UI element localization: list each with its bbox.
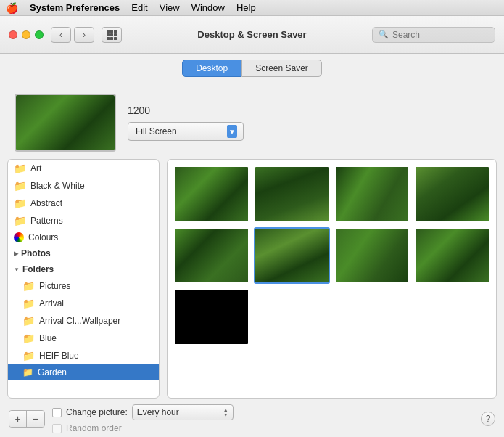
add-folder-button[interactable]: + — [9, 411, 27, 427]
photo-image-6 — [255, 229, 329, 283]
forward-button[interactable]: › — [74, 27, 94, 43]
chevron-down-icon: ▼ — [228, 128, 236, 136]
folders-label: Folders — [22, 264, 54, 274]
sidebar-item-black-white[interactable]: 📁 Black & White — [8, 177, 159, 195]
photo-thumb-1[interactable] — [173, 166, 249, 223]
bottom-bar: + − Change picture: Every hour ▲ ▼ Rando… — [0, 399, 504, 437]
photo-thumb-6[interactable] — [254, 227, 330, 285]
sidebar-item-art[interactable]: 📁 Art — [8, 160, 159, 177]
search-input[interactable] — [392, 30, 487, 40]
folder-icon: 📁 — [14, 163, 26, 174]
tabs-bar: Desktop Screen Saver — [0, 54, 504, 83]
sidebar-item-abstract[interactable]: 📁 Abstract — [8, 195, 159, 212]
interval-select[interactable]: Every hour ▲ ▼ — [132, 404, 234, 420]
menubar: 🍎 System Preferences Edit View Window He… — [0, 0, 504, 16]
svg-rect-1 — [110, 30, 113, 33]
svg-rect-4 — [110, 33, 113, 36]
svg-rect-0 — [107, 30, 110, 33]
photo-thumb-7[interactable] — [334, 227, 410, 285]
maximize-button[interactable] — [35, 30, 44, 39]
back-button[interactable]: ‹ — [51, 27, 71, 43]
sidebar-item-label: Arrival — [39, 298, 64, 309]
svg-rect-7 — [110, 37, 113, 40]
folder-icon: 📁 — [22, 332, 35, 344]
menu-view[interactable]: View — [160, 2, 180, 13]
grid-view-button[interactable] — [102, 27, 122, 43]
sidebar-item-arrival[interactable]: 📁 Arrival — [8, 295, 159, 312]
photo-image-8 — [416, 229, 489, 283]
photo-image-3 — [336, 167, 409, 221]
tab-desktop[interactable]: Desktop — [182, 60, 241, 77]
nav-buttons: ‹ › — [51, 27, 94, 43]
sidebar-item-colours[interactable]: Colours — [8, 229, 159, 245]
search-icon: 🔍 — [379, 30, 389, 39]
sidebar-item-label: Garden — [38, 367, 67, 377]
random-order-row: Random order — [52, 423, 474, 433]
preview-thumbnail — [15, 94, 116, 152]
photo-thumb-2[interactable] — [254, 166, 330, 223]
preview-number: 1200 — [128, 105, 244, 116]
photo-image-4 — [416, 167, 489, 221]
down-arrow-icon: ▼ — [223, 412, 228, 417]
sidebar-item-label: Arrival Cl...Wallpaper — [39, 316, 120, 326]
sidebar-item-label: Pictures — [39, 281, 70, 291]
svg-rect-6 — [107, 37, 110, 40]
change-picture-checkbox[interactable] — [52, 408, 62, 417]
sidebar-item-garden[interactable]: 📁 Garden — [8, 364, 159, 380]
folder-icon: 📁 — [22, 350, 35, 362]
photo-thumb-5[interactable] — [173, 227, 249, 285]
minimize-button[interactable] — [22, 30, 30, 39]
interval-stepper: ▲ ▼ — [223, 407, 228, 417]
sidebar-item-pictures[interactable]: 📁 Pictures — [8, 277, 159, 295]
apple-menu[interactable]: 🍎 — [6, 2, 18, 14]
photo-thumb-8[interactable] — [414, 227, 490, 285]
help-button[interactable]: ? — [481, 412, 495, 426]
change-picture-section: Change picture: Every hour ▲ ▼ Random or… — [52, 404, 474, 433]
sidebar-item-label: Black & White — [30, 181, 85, 191]
fill-screen-select[interactable]: Fill Screen ▼ — [128, 122, 244, 141]
remove-folder-button[interactable]: − — [27, 411, 44, 427]
triangle-icon: ▶ — [14, 250, 18, 257]
photos-label: Photos — [21, 248, 51, 258]
photo-grid — [167, 159, 497, 399]
random-order-checkbox[interactable] — [52, 424, 62, 433]
search-box[interactable]: 🔍 — [372, 27, 495, 43]
menu-help[interactable]: Help — [236, 2, 256, 13]
close-button[interactable] — [9, 30, 17, 39]
sidebar-item-heif-blue[interactable]: 📁 HEIF Blue — [8, 347, 159, 364]
sidebar-photos-section[interactable]: ▶ Photos — [8, 245, 159, 261]
sidebar-folders-section[interactable]: ▼ Folders — [8, 261, 159, 277]
sidebar-item-patterns[interactable]: 📁 Patterns — [8, 212, 159, 229]
sidebar-item-blue[interactable]: 📁 Blue — [8, 330, 159, 347]
fill-screen-label: Fill Screen — [136, 126, 223, 136]
sidebar: 📁 Art 📁 Black & White 📁 Abstract 📁 Patte… — [7, 159, 160, 399]
folder-icon: 📁 — [14, 197, 26, 209]
photo-image-7 — [336, 229, 409, 283]
sidebar-item-label: Art — [30, 163, 41, 173]
photo-image-9 — [175, 290, 248, 344]
photo-image-1 — [175, 167, 248, 221]
menu-window[interactable]: Window — [191, 2, 225, 13]
preview-section: 1200 Fill Screen ▼ — [0, 83, 504, 159]
svg-rect-3 — [107, 33, 110, 36]
app-name[interactable]: System Preferences — [30, 2, 120, 13]
folder-icon: 📁 — [22, 298, 35, 309]
change-picture-row: Change picture: Every hour ▲ ▼ — [52, 404, 474, 420]
photo-thumb-9[interactable] — [173, 288, 249, 346]
tab-screen-saver[interactable]: Screen Saver — [241, 60, 322, 77]
folder-icon: 📁 — [14, 180, 26, 192]
change-picture-label: Change picture: — [66, 407, 128, 417]
photo-thumb-4[interactable] — [414, 166, 490, 223]
svg-rect-8 — [114, 37, 117, 40]
folder-icon: 📁 — [14, 215, 26, 226]
sidebar-item-label: Patterns — [30, 216, 63, 226]
sidebar-item-arrival-wallpaper[interactable]: 📁 Arrival Cl...Wallpaper — [8, 312, 159, 330]
folder-icon: 📁 — [22, 280, 35, 292]
content-area: 📁 Art 📁 Black & White 📁 Abstract 📁 Patte… — [0, 159, 504, 399]
sidebar-item-label: Abstract — [30, 198, 62, 208]
random-order-label: Random order — [66, 423, 122, 433]
preview-image — [16, 95, 115, 150]
colours-icon — [14, 232, 24, 242]
menu-edit[interactable]: Edit — [131, 2, 147, 13]
photo-thumb-3[interactable] — [334, 166, 410, 223]
